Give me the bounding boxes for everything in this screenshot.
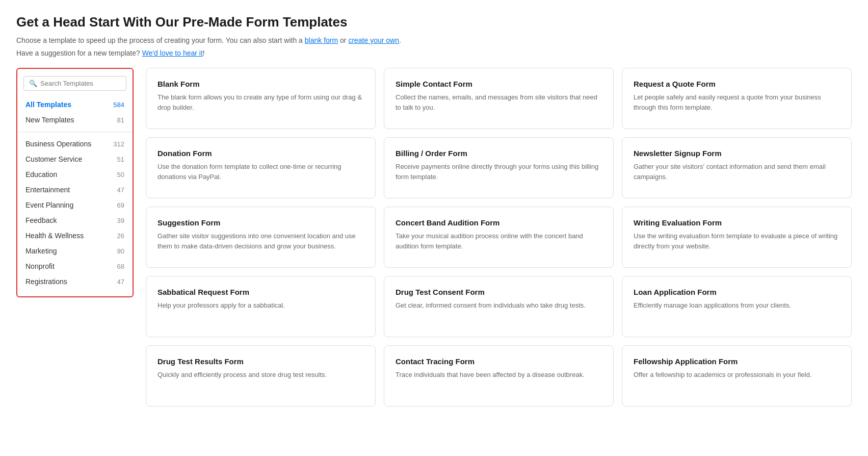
sidebar-category-label-text: Event Planning: [25, 201, 73, 209]
form-card-title: Billing / Order Form: [396, 149, 602, 158]
form-card-desc: Collect the names, emails, and messages …: [396, 92, 602, 112]
form-card-desc: The blank form allows you to create any …: [157, 92, 364, 112]
search-input[interactable]: [40, 80, 121, 87]
sidebar-category-label-text: Health & Wellness: [25, 232, 84, 240]
form-card[interactable]: Blank Form The blank form allows you to …: [146, 68, 376, 129]
sidebar-category-count: 68: [117, 263, 124, 270]
sidebar-divider: [17, 132, 133, 132]
sidebar-category-label-text: Entertainment: [25, 186, 70, 194]
sidebar-category-label-text: Business Operations: [25, 140, 91, 148]
form-card-title: Simple Contact Form: [396, 80, 602, 88]
sidebar-item-nonprofit[interactable]: Nonprofit 68: [17, 259, 133, 274]
blank-form-link[interactable]: blank form: [305, 36, 338, 44]
sidebar-item-education[interactable]: Education 50: [17, 167, 133, 182]
form-card-desc: Trace individuals that have been affecte…: [396, 370, 602, 380]
page-subtitle-1: Choose a template to speed up the proces…: [16, 35, 852, 46]
form-card[interactable]: Fellowship Application Form Offer a fell…: [622, 345, 852, 407]
content-area: Blank Form The blank form allows you to …: [134, 68, 852, 407]
sidebar-category-count: 50: [117, 171, 124, 179]
page-subtitle-2: Have a suggestion for a new template? We…: [16, 48, 852, 59]
sidebar-item-business-operations[interactable]: Business Operations 312: [17, 136, 133, 151]
form-card-title: Fellowship Application Form: [634, 357, 840, 366]
sidebar-category-label-text: Nonprofit: [25, 262, 55, 270]
sidebar-category-count: 312: [113, 140, 124, 148]
sidebar-category-count: 69: [117, 201, 124, 209]
form-card-desc: Get clear, informed consent from individ…: [396, 300, 602, 311]
sidebar-item-feedback[interactable]: Feedback 39: [17, 213, 133, 228]
sidebar-category-count: 39: [117, 217, 124, 224]
form-card-desc: Gather your site visitors' contact infor…: [634, 162, 840, 182]
form-card-desc: Quickly and efficiently process and stor…: [157, 370, 364, 380]
sidebar-category-label-text: Customer Service: [25, 155, 82, 163]
form-card-title: Blank Form: [157, 80, 364, 88]
sidebar-item-registrations[interactable]: Registrations 47: [17, 274, 133, 289]
search-box[interactable]: 🔍: [23, 76, 126, 91]
sidebar-item-health---wellness[interactable]: Health & Wellness 26: [17, 228, 133, 243]
sidebar-category-count: 47: [117, 278, 124, 286]
form-card-desc: Efficiently manage loan applications fro…: [634, 300, 840, 311]
form-card[interactable]: Concert Band Audition Form Take your mus…: [384, 207, 614, 268]
form-card-title: Suggestion Form: [157, 218, 364, 227]
form-card-desc: Use the donation form template to collec…: [157, 162, 364, 182]
cards-grid: Blank Form The blank form allows you to …: [146, 68, 852, 407]
sidebar-item-marketing[interactable]: Marketing 90: [17, 243, 133, 259]
suggestion-link[interactable]: We'd love to hear it: [142, 49, 203, 57]
sidebar-all-templates[interactable]: All Templates 584: [17, 97, 133, 112]
form-card[interactable]: Contact Tracing Form Trace individuals t…: [384, 345, 614, 407]
form-card-title: Newsletter Signup Form: [634, 149, 840, 158]
sidebar-new-templates-count: 81: [117, 116, 124, 124]
form-card[interactable]: Newsletter Signup Form Gather your site …: [622, 137, 852, 198]
form-card-title: Donation Form: [157, 149, 364, 158]
form-card-title: Sabbatical Request Form: [157, 288, 364, 296]
form-card[interactable]: Suggestion Form Gather site visitor sugg…: [146, 207, 376, 268]
sidebar: 🔍 All Templates 584 New Templates 81 Bus…: [16, 68, 134, 297]
sidebar-new-templates[interactable]: New Templates 81: [17, 112, 133, 128]
search-icon: 🔍: [29, 80, 37, 87]
form-card-desc: Let people safely and easily request a q…: [634, 92, 840, 112]
form-card[interactable]: Writing Evaluation Form Use the writing …: [622, 207, 852, 268]
form-card[interactable]: Request a Quote Form Let people safely a…: [622, 68, 852, 129]
sidebar-all-templates-label: All Templates: [25, 100, 71, 109]
form-card-title: Drug Test Consent Form: [396, 288, 602, 296]
create-own-link[interactable]: create your own: [348, 36, 399, 44]
sidebar-item-customer-service[interactable]: Customer Service 51: [17, 151, 133, 167]
form-card[interactable]: Simple Contact Form Collect the names, e…: [384, 68, 614, 129]
sidebar-all-templates-count: 584: [113, 101, 124, 109]
sidebar-category-label-text: Marketing: [25, 247, 57, 255]
form-card-title: Contact Tracing Form: [396, 357, 602, 366]
form-card[interactable]: Drug Test Consent Form Get clear, inform…: [384, 276, 614, 337]
form-card-desc: Offer a fellowship to academics or profe…: [634, 370, 840, 380]
form-card[interactable]: Drug Test Results Form Quickly and effic…: [146, 345, 376, 407]
form-card[interactable]: Donation Form Use the donation form temp…: [146, 137, 376, 198]
form-card[interactable]: Billing / Order Form Receive payments on…: [384, 137, 614, 198]
sidebar-category-count: 51: [117, 156, 124, 163]
sidebar-category-label-text: Education: [25, 170, 57, 179]
form-card[interactable]: Sabbatical Request Form Help your profes…: [146, 276, 376, 337]
sidebar-category-count: 47: [117, 186, 124, 194]
sidebar-category-count: 90: [117, 247, 124, 255]
sidebar-category-label-text: Feedback: [25, 216, 57, 224]
form-card-title: Request a Quote Form: [634, 80, 840, 88]
sidebar-category-label-text: Registrations: [25, 277, 67, 286]
form-card-desc: Receive payments online directly through…: [396, 162, 602, 182]
sidebar-item-entertainment[interactable]: Entertainment 47: [17, 182, 133, 197]
form-card-title: Drug Test Results Form: [157, 357, 364, 366]
form-card-title: Loan Application Form: [634, 288, 840, 296]
form-card-desc: Help your professors apply for a sabbati…: [157, 300, 364, 311]
form-card-desc: Use the writing evaluation form template…: [634, 231, 840, 251]
page-title: Get a Head Start With Our Pre-Made Form …: [16, 14, 852, 30]
form-card-title: Writing Evaluation Form: [634, 218, 840, 227]
sidebar-category-count: 26: [117, 232, 124, 240]
form-card-title: Concert Band Audition Form: [396, 218, 602, 227]
form-card-desc: Take your musical audition process onlin…: [396, 231, 602, 251]
form-card[interactable]: Loan Application Form Efficiently manage…: [622, 276, 852, 337]
form-card-desc: Gather site visitor suggestions into one…: [157, 231, 364, 251]
sidebar-item-event-planning[interactable]: Event Planning 69: [17, 197, 133, 213]
sidebar-new-templates-label: New Templates: [25, 116, 74, 124]
